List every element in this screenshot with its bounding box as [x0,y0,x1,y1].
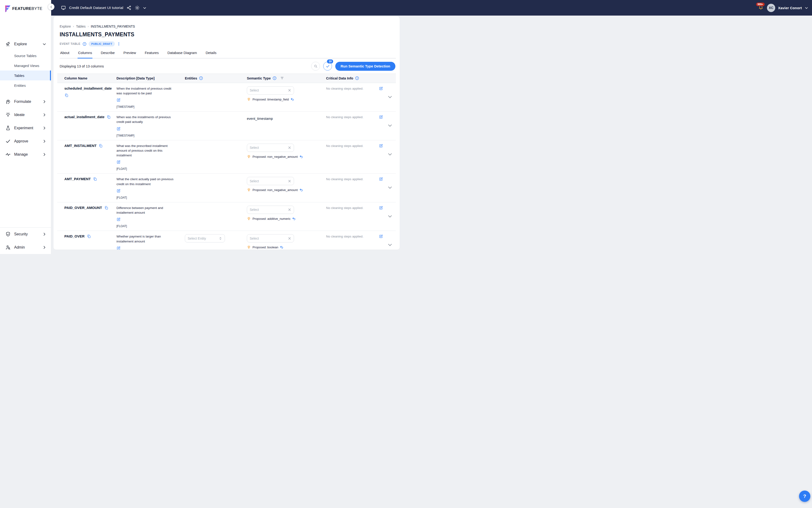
sidebar-item-admin[interactable]: Admin [0,241,51,254]
critical-info-text: No cleaning steps applied. [326,234,379,250]
edit-cleaning-icon[interactable] [379,143,383,148]
edit-cleaning-icon[interactable] [379,86,383,91]
undo-icon[interactable] [300,188,303,192]
sidebar-item-manage[interactable]: Manage [0,148,51,161]
data-type: [TIMESTAMP] [117,105,185,109]
sidebar-item-managed-views[interactable]: Managed Views [0,60,51,71]
column-description: What the client actually paid on previou… [117,177,175,186]
copy-icon[interactable] [87,234,91,239]
accept-proposals-wrap: 10 [323,62,332,71]
clear-icon[interactable] [288,208,291,211]
undo-icon[interactable] [300,155,303,159]
copy-icon[interactable] [93,177,97,181]
undo-icon[interactable] [292,217,296,220]
sidebar-item-source-tables[interactable]: Source Tables [0,51,51,60]
breadcrumb-explore[interactable]: Explore [60,25,71,28]
sidebar-subitem-label: Source Tables [14,54,37,58]
tab-columns[interactable]: Columns [78,51,92,58]
clear-icon[interactable] [288,146,291,149]
edit-cleaning-icon[interactable] [379,206,383,210]
undo-icon[interactable] [280,246,283,249]
proposal-count-badge: 10 [327,59,333,64]
semantic-type-select[interactable]: Select [247,206,294,214]
sidebar-item-approve[interactable]: Approve [0,135,51,148]
expand-row-icon[interactable] [388,185,393,190]
expand-row-icon[interactable] [388,242,393,247]
table-row: AMT_PAYMENT What the client actually pai… [57,174,396,202]
sidebar-item-entities[interactable]: Entities [0,80,51,90]
help-icon[interactable]: ? [273,76,277,80]
tab-details[interactable]: Details [205,51,217,58]
copy-icon[interactable] [106,115,111,119]
help-icon[interactable]: ? [355,76,359,80]
copy-icon[interactable] [104,206,108,210]
clear-icon[interactable] [288,179,291,183]
edit-cleaning-icon[interactable] [379,177,383,181]
topbar-workspace: Credit Default Dataset UI tutorial [51,5,146,10]
chevron-down-icon[interactable] [143,6,146,10]
semantic-type-select[interactable]: Select [247,234,294,243]
edit-cleaning-icon[interactable] [379,234,383,239]
semantic-type-select[interactable]: Select [247,177,294,185]
svg-text:?: ? [84,43,85,45]
kebab-menu-icon[interactable] [117,42,121,46]
gear-icon[interactable] [135,5,140,10]
tab-describe[interactable]: Describe [100,51,115,58]
tab-about[interactable]: About [60,51,70,58]
sidebar-item-tables[interactable]: Tables [0,71,51,80]
column-name: PAID_OVER_AMOUNT [64,206,102,210]
check-icon [5,138,11,144]
main-content: Explore › Tables › INSTALLMENTS_PAYMENTS… [51,15,406,254]
lightbulb-icon [247,217,251,221]
entities-cell [185,86,247,112]
table-header-row: Column Name Description [Data Type] Enti… [57,74,396,83]
column-name-cell: AMT_INSTALMENT [57,143,117,174]
expand-row-icon[interactable] [388,94,393,99]
edit-cleaning-icon[interactable] [379,115,383,119]
edit-description-icon[interactable] [117,189,121,193]
undo-icon[interactable] [290,98,294,101]
breadcrumb-tables[interactable]: Tables [76,25,85,28]
sidebar-item-experiment[interactable]: Experiment [0,122,51,135]
sidebar-item-label: Explore [14,42,42,46]
clear-icon[interactable] [288,89,291,92]
semantic-type-select[interactable]: Select [247,86,294,94]
svg-text:?: ? [274,77,275,80]
clear-icon[interactable] [288,237,291,240]
edit-description-icon[interactable] [117,246,121,250]
help-icon[interactable]: ? [199,76,203,80]
tab-features[interactable]: Features [144,51,159,58]
copy-icon[interactable] [64,93,69,97]
data-type: [FLOAT] [117,196,185,199]
tab-database-diagram[interactable]: Database Diagram [167,51,197,58]
breadcrumb-current: INSTALLMENTS_PAYMENTS [91,25,135,28]
sidebar-item-explore[interactable]: Explore [0,38,51,51]
edit-description-icon[interactable] [117,127,121,131]
critical-info-text: No cleaning steps applied. [326,115,379,137]
critical-data-info-cell: No cleaning steps applied. [326,86,396,112]
help-icon[interactable]: ? [83,42,87,46]
sidebar-item-ideate[interactable]: Ideate [0,108,51,122]
edit-description-icon[interactable] [117,98,121,102]
expand-row-icon[interactable] [388,123,393,128]
filter-icon[interactable] [280,76,284,80]
share-icon[interactable] [126,5,132,10]
expand-row-icon[interactable] [388,214,393,219]
expand-row-icon[interactable] [388,152,393,157]
search-button[interactable] [311,62,320,71]
sidebar-collapse-button[interactable] [48,4,54,10]
edit-description-icon[interactable] [117,217,121,221]
semantic-type-select[interactable]: Select [247,143,294,152]
sidebar-item-security[interactable]: Security [0,227,51,241]
monitor-icon [61,5,66,10]
run-semantic-type-detection-button[interactable]: Run Semantic Type Detection [335,62,395,71]
row-actions [379,143,393,171]
edit-description-icon[interactable] [117,160,121,164]
entity-select[interactable]: Select Entity [185,234,225,243]
tab-preview[interactable]: Preview [123,51,137,58]
sidebar-subitem-label: Tables [14,74,24,78]
table-row: PAID_OVER Whether payment is larger than… [57,231,396,250]
copy-icon[interactable] [98,143,103,148]
sidebar-item-formulate[interactable]: Formulate [0,95,51,108]
featurebyte-logo[interactable]: FEATUREBYTE [0,0,51,14]
